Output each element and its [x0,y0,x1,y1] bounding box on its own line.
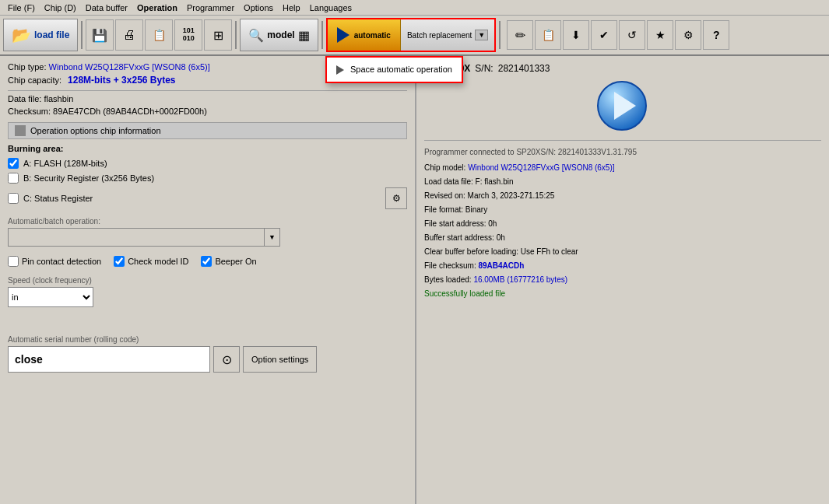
pin-contact-item: Pin contact detection [8,256,101,267]
checkbox-c[interactable] [8,193,19,204]
chip-capacity-label: Chip capacity: [8,75,61,85]
menu-options[interactable]: Options [239,2,278,14]
hex-button[interactable]: 101010 [174,19,202,51]
menu-file[interactable]: File (F) [3,2,40,14]
log-load-data-line: Load data file: F: flash.bin [424,175,821,188]
batch-replacement-label: Batch replacement [407,31,472,40]
batch-replacement-area[interactable]: Batch replacement ▼ [401,19,494,51]
search-icon: 🔍 [248,28,264,43]
left-panel: Chip type: Winbond W25Q128FVxxG [WSON8 (… [0,56,416,504]
speed-label: Speed (clock frequency) [8,276,407,285]
sn-value: 2821401333 [498,63,550,74]
download-icon: ⬇ [571,29,581,41]
model-button[interactable]: 🔍 model ▦ [240,19,318,51]
checkbox-a-row: A: FLASH (128M-bits) [8,158,407,169]
help-icon: ? [713,29,720,41]
log-file-start-line: File start address: 0h [424,217,821,230]
space-auto-triangle [336,65,344,75]
download-button[interactable]: ⬇ [563,20,589,50]
menu-chip[interactable]: Chip (D) [40,2,81,14]
checkbox-a[interactable] [8,158,19,169]
load-file-button[interactable]: 📂 load file [3,19,78,51]
log-chip-model-line: Chip model: Winbond W25Q128FVxxG [WSON8 … [424,161,821,174]
checkbox-c-label: C: Status Register [23,194,93,203]
auto-op-button[interactable]: automatic [328,19,401,51]
floppy-icon: 💾 [92,28,107,43]
log-file-format-line: File format: Binary [424,203,821,216]
auto-batch-label: Automatic/batch operation: [8,217,407,226]
chip-type-label: Chip type: [8,62,47,72]
settings-icon: ⚙ [683,29,694,41]
auto-batch-dropdown-arrow[interactable]: ▼ [265,228,280,247]
menu-help[interactable]: Help [278,2,305,14]
checkbox-b-label: B: Security Register (3x256 Bytes) [23,173,154,183]
log-checksum-value: 89AB4ACDh [478,261,524,270]
beeper-on-item: Beeper On [201,256,256,267]
log-buffer-start-label: Buffer start address: [424,233,494,242]
protect-icon: ★ [655,29,666,41]
right-panel: SP20X S/N: 2821401333 Programmer connect… [416,56,829,504]
menu-languages[interactable]: Languages [305,2,357,14]
pin-contact-checkbox[interactable] [8,256,19,267]
programmer-info-row: SP20X S/N: 2821401333 [424,62,821,75]
program-button[interactable]: 📋 [535,20,561,50]
speed-select-row: in [8,287,407,307]
op-options-label: Operation options chip information [30,126,161,135]
check-model-id-label: Check model ID [128,257,188,266]
log-connected-line: Programmer connected to SP20XS/N: 282140… [424,145,821,159]
op-options-icon [15,125,26,136]
space-auto-dropdown: Space automatic operation [325,56,463,83]
pin-detect-row: Pin contact detection Check model ID Bee… [8,256,407,267]
copy-button[interactable]: 📋 [145,19,173,51]
log-revised-value: March 3, 2023-271.15:25 [468,191,555,200]
log-file-start-label: File start address: [424,219,486,228]
check-model-id-checkbox[interactable] [114,256,125,267]
beeper-on-checkbox[interactable] [201,256,212,267]
verify-button[interactable]: ✔ [591,20,617,50]
play-icon [337,27,350,43]
space-auto-item[interactable]: Space automatic operation [327,58,462,82]
menu-operation[interactable]: Operation [132,2,182,14]
checkbox-c-row: C: Status Register ⚙ [8,187,407,209]
help-button[interactable]: ? [703,20,729,50]
checkbox-b[interactable] [8,173,19,184]
print-button[interactable]: 🖨 [115,19,143,51]
erase-button[interactable]: ✏ [507,20,533,50]
play-button[interactable] [597,81,648,132]
grid-icon: ▦ [298,28,310,43]
auto-operation-area[interactable]: automatic Batch replacement ▼ [326,18,497,52]
check-model-id-item: Check model ID [114,256,188,267]
op-options-tab[interactable]: Operation options chip information [8,122,407,139]
beeper-on-label: Beeper On [215,257,256,266]
log-chip-model-label: Chip model: [424,163,465,172]
space-auto-label: Space automatic operation [350,64,452,75]
model-label: model [267,30,294,40]
log-bytes-loaded-label: Bytes loaded: [424,275,472,284]
auto-label: automatic [354,31,391,40]
status-reg-settings-button[interactable]: ⚙ [385,187,407,209]
right-toolbar: ✏ 📋 ⬇ ✔ ↺ ★ ⚙ ? [507,20,729,50]
log-revised-line: Revised on: March 3, 2023-271.15:25 [424,189,821,202]
menu-databuffer[interactable]: Data buffer [81,2,132,14]
protect-button[interactable]: ★ [647,20,673,50]
copy-icon: 📋 [153,29,166,41]
log-success-line: Successfully loaded file [424,287,821,300]
dropdown-arrow-icon[interactable]: ▼ [475,30,488,40]
auto-batch-input [8,228,265,247]
option-settings-button[interactable]: Option settings [243,346,317,373]
serial-input[interactable] [8,346,210,373]
menu-programmer[interactable]: Programmer [182,2,239,14]
chip-capacity-value: 128M-bits + 3x256 Bytes [68,75,175,86]
read-icon: ↺ [627,29,637,41]
settings-button[interactable]: ⚙ [675,20,701,50]
erase-icon: ✏ [515,28,525,43]
load-file-label: load file [34,30,69,40]
program-icon: 📋 [542,29,555,41]
read-button[interactable]: ↺ [619,20,645,50]
play-triangle-large [614,92,636,120]
expand-button[interactable]: ⊞ [204,19,232,51]
log-bytes-loaded-line: Bytes loaded: 16.00MB (16777216 bytes) [424,273,821,286]
serial-settings-icon-btn[interactable]: ⊙ [213,346,240,373]
speed-select[interactable]: in [8,287,93,307]
save-button[interactable]: 💾 [86,19,114,51]
